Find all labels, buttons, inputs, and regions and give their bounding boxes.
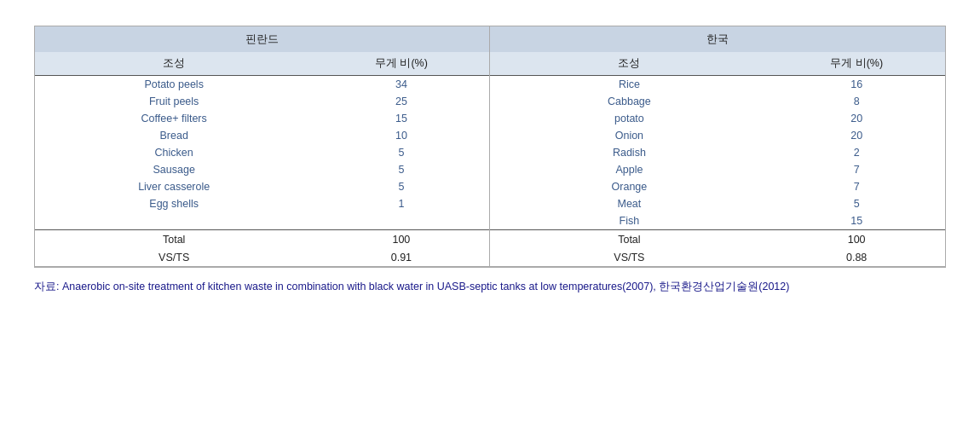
finland-vsts-label: VS/TS bbox=[35, 249, 313, 267]
finland-val-8: 1 bbox=[313, 195, 490, 212]
finland-val-1: 34 bbox=[313, 76, 490, 94]
korea-name-8: Meat bbox=[490, 195, 768, 212]
korea-val-6: 7 bbox=[768, 161, 945, 178]
korea-name-1: Rice bbox=[490, 76, 768, 94]
finland-name-7: Liver casserole bbox=[35, 178, 313, 195]
footer-text: 자료: Anaerobic on-site treatment of kitch… bbox=[34, 278, 946, 295]
korea-name-7: Orange bbox=[490, 178, 768, 195]
korea-vsts-label: VS/TS bbox=[490, 249, 768, 267]
korea-name-6: Apple bbox=[490, 161, 768, 178]
finland-val-4: 10 bbox=[313, 127, 490, 144]
korea-name-5: Radish bbox=[490, 144, 768, 161]
finland-val-7: 5 bbox=[313, 178, 490, 195]
footer-content: 자료: Anaerobic on-site treatment of kitch… bbox=[34, 281, 789, 293]
vsts-row: VS/TS 0.91 VS/TS 0.88 bbox=[35, 249, 945, 267]
main-table-wrapper: 핀란드 한국 조성 무게 비(%) 조성 무게 비(%) Potato peel… bbox=[34, 26, 946, 268]
korea-total-value: 100 bbox=[768, 230, 945, 250]
finland-vsts-value: 0.91 bbox=[313, 249, 490, 267]
korea-weight-header: 무게 비(%) bbox=[768, 52, 945, 76]
korea-val-9: 15 bbox=[768, 212, 945, 230]
finland-val-9 bbox=[313, 212, 490, 230]
header-row-main: 핀란드 한국 bbox=[35, 26, 945, 52]
total-row: Total 100 Total 100 bbox=[35, 230, 945, 250]
data-table: 핀란드 한국 조성 무게 비(%) 조성 무게 비(%) Potato peel… bbox=[35, 26, 945, 267]
finland-total-label: Total bbox=[35, 230, 313, 250]
korea-val-7: 7 bbox=[768, 178, 945, 195]
table-row: Potato peels 34 Rice 16 bbox=[35, 76, 945, 94]
finland-name-3: Coffee+ filters bbox=[35, 110, 313, 127]
table-row: Liver casserole 5 Orange 7 bbox=[35, 178, 945, 195]
finland-weight-header: 무게 비(%) bbox=[313, 52, 490, 76]
finland-name-6: Sausage bbox=[35, 161, 313, 178]
finland-name-5: Chicken bbox=[35, 144, 313, 161]
table-row: Sausage 5 Apple 7 bbox=[35, 161, 945, 178]
korea-val-8: 5 bbox=[768, 195, 945, 212]
korea-val-1: 16 bbox=[768, 76, 945, 94]
table-row: Fish 15 bbox=[35, 212, 945, 230]
korea-val-2: 8 bbox=[768, 93, 945, 110]
table-row: Egg shells 1 Meat 5 bbox=[35, 195, 945, 212]
korea-val-4: 20 bbox=[768, 127, 945, 144]
finland-name-4: Bread bbox=[35, 127, 313, 144]
finland-name-8: Egg shells bbox=[35, 195, 313, 212]
korea-name-2: Cabbage bbox=[490, 93, 768, 110]
korea-val-5: 2 bbox=[768, 144, 945, 161]
finland-name-1: Potato peels bbox=[35, 76, 313, 94]
korea-name-3: potato bbox=[490, 110, 768, 127]
korea-val-3: 20 bbox=[768, 110, 945, 127]
korea-name-4: Onion bbox=[490, 127, 768, 144]
finland-val-5: 5 bbox=[313, 144, 490, 161]
finland-composition-header: 조성 bbox=[35, 52, 313, 76]
korea-total-label: Total bbox=[490, 230, 768, 250]
korea-header: 한국 bbox=[490, 26, 945, 52]
table-row: Fruit peels 25 Cabbage 8 bbox=[35, 93, 945, 110]
table-row: Coffee+ filters 15 potato 20 bbox=[35, 110, 945, 127]
korea-name-9: Fish bbox=[490, 212, 768, 230]
table-row: Bread 10 Onion 20 bbox=[35, 127, 945, 144]
table-row: Chicken 5 Radish 2 bbox=[35, 144, 945, 161]
subheader-row: 조성 무게 비(%) 조성 무게 비(%) bbox=[35, 52, 945, 76]
finland-name-2: Fruit peels bbox=[35, 93, 313, 110]
finland-val-6: 5 bbox=[313, 161, 490, 178]
finland-val-3: 15 bbox=[313, 110, 490, 127]
finland-total-value: 100 bbox=[313, 230, 490, 250]
korea-composition-header: 조성 bbox=[490, 52, 768, 76]
finland-val-2: 25 bbox=[313, 93, 490, 110]
finland-name-9 bbox=[35, 212, 313, 230]
finland-header: 핀란드 bbox=[35, 26, 490, 52]
korea-vsts-value: 0.88 bbox=[768, 249, 945, 267]
